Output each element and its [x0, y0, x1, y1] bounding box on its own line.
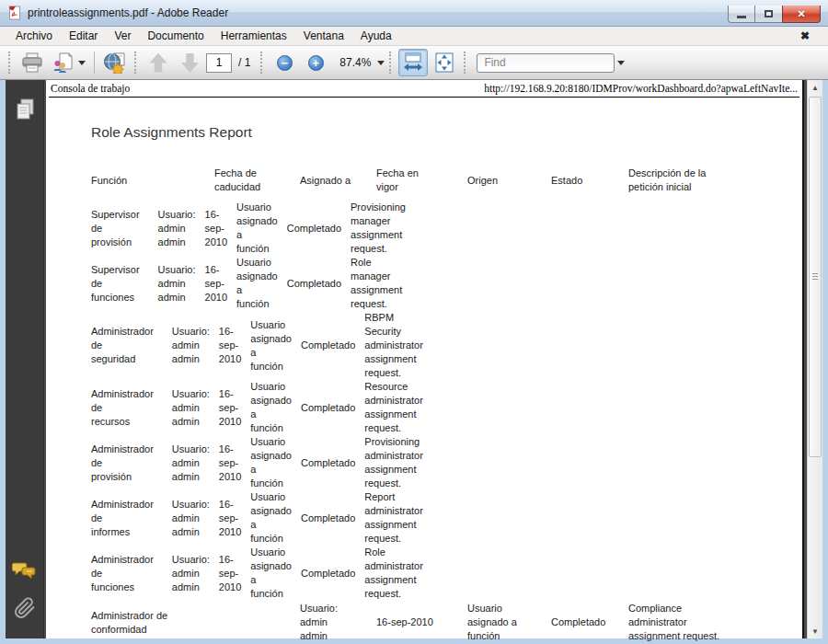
- cell-fecha-vigor: 16-sep-2010: [219, 498, 250, 539]
- cell-descripcion: Role administrator assignment request.: [364, 546, 432, 601]
- table-row: Administrador de informes Usuario: admin…: [91, 490, 168, 546]
- arrow-up-icon: [150, 53, 167, 73]
- scrollbar-thumb[interactable]: [809, 97, 822, 457]
- table-row: Administrador de provisión Usuario: admi…: [91, 435, 175, 490]
- cell-fecha-vigor: 16-sep-2010: [219, 443, 250, 484]
- zoom-in-button[interactable]: +: [301, 49, 330, 76]
- maximize-button[interactable]: [755, 6, 782, 23]
- menu-item-editar[interactable]: Editar: [61, 28, 106, 44]
- cell-estado: Completado: [287, 277, 351, 291]
- cell-funcion: Supervisor de funciones: [91, 263, 149, 305]
- find-input[interactable]: [477, 53, 615, 73]
- menu-item-ayuda[interactable]: Ayuda: [352, 28, 400, 44]
- column-header: Descripción de la petición inicial: [628, 167, 766, 194]
- column-header: Estado: [551, 174, 628, 188]
- cell-estado: Completado: [301, 401, 364, 415]
- toolbar-grip: [389, 52, 394, 74]
- menu-item-herramientas[interactable]: Herramientas: [213, 28, 295, 44]
- toolbar-grip: [464, 52, 468, 74]
- cell-asignado-a: Usuario: admin admin: [172, 443, 219, 484]
- cell-origen: Usuario asignado a función: [467, 602, 551, 643]
- arrow-down-icon: [181, 53, 199, 73]
- scroll-up-icon[interactable]: ▲: [808, 80, 822, 95]
- share-dropdown-caret-icon[interactable]: [78, 61, 86, 65]
- web-collaboration-button[interactable]: [100, 49, 130, 76]
- column-header: Asignado a: [300, 174, 376, 188]
- column-header: Fecha de caducidad: [214, 167, 300, 194]
- cell-fecha-vigor: 16-sep-2010: [219, 325, 250, 366]
- menu-bar: ArchivoEditarVerDocumentoHerramientasVen…: [0, 27, 828, 46]
- next-page-button[interactable]: [175, 49, 204, 76]
- pdf-page: Consola de trabajo http://192.168.9.20:8…: [46, 80, 804, 638]
- column-header: Origen: [467, 174, 551, 188]
- scrollbar-grip-icon: [812, 273, 818, 281]
- close-icon: ✕: [797, 9, 805, 19]
- zoom-out-button[interactable]: −: [270, 49, 299, 76]
- menu-item-ventana[interactable]: Ventana: [295, 28, 352, 44]
- cell-estado: Completado: [301, 456, 364, 470]
- close-document-icon[interactable]: ✖: [800, 30, 810, 41]
- comments-panel-button[interactable]: [12, 560, 37, 581]
- column-header: Fecha en vigor: [376, 167, 467, 194]
- cell-funcion: Administrador de conformidad: [91, 609, 214, 637]
- cell-funcion: Administrador de informes: [91, 498, 163, 539]
- minimize-button[interactable]: [728, 6, 755, 23]
- scroll-down-icon[interactable]: ▼: [808, 624, 822, 638]
- previous-page-button[interactable]: [144, 49, 173, 76]
- print-button[interactable]: [17, 49, 47, 76]
- content-area: Consola de trabajo http://192.168.9.20:8…: [6, 80, 822, 638]
- cell-fecha-vigor: 16-sep-2010: [205, 208, 236, 249]
- adobe-reader-window: printroleassignments.pdf - Adobe Reader …: [0, 0, 828, 644]
- close-button[interactable]: ✕: [782, 6, 821, 23]
- share-review-button[interactable]: [49, 49, 88, 76]
- fit-width-button[interactable]: [398, 49, 428, 76]
- menu-item-ver[interactable]: Ver: [106, 28, 139, 44]
- table-row: Administrador de seguridad Usuario: admi…: [91, 311, 167, 380]
- cell-asignado-a: Usuario: admin admin: [172, 553, 219, 594]
- cell-asignado-a: Usuario: admin admin: [158, 208, 205, 249]
- cell-funcion: Administrador de recursos: [91, 387, 163, 429]
- pages-panel-button[interactable]: [14, 98, 36, 122]
- find-dropdown-caret-icon[interactable]: [617, 61, 625, 65]
- cell-funcion: Supervisor de provisión: [91, 208, 149, 249]
- cell-asignado-a: Usuario: admin admin: [300, 602, 376, 643]
- cell-estado: Completado: [301, 339, 364, 352]
- document-canvas: Consola de trabajo http://192.168.9.20:8…: [44, 80, 807, 638]
- attachments-panel-button[interactable]: [14, 596, 36, 620]
- toolbar-separator: [94, 52, 95, 74]
- comments-icon: [12, 560, 37, 581]
- scrollbar-track[interactable]: [808, 95, 822, 624]
- menu-item-documento[interactable]: Documento: [139, 28, 212, 44]
- cell-descripcion: Role manager assignment request.: [351, 256, 411, 311]
- table-row: Administrador de conformidad Usuario: ad…: [91, 601, 795, 644]
- fit-page-button[interactable]: [430, 49, 459, 76]
- table-row: Supervisor de funciones Usuario: admin a…: [91, 256, 177, 311]
- cell-estado: Completado: [287, 222, 351, 236]
- page-header-url: http://192.168.9.20:8180/IDMProv/workDas…: [484, 83, 798, 94]
- cell-estado: Completado: [301, 567, 364, 581]
- cell-asignado-a: Usuario: admin admin: [172, 387, 219, 429]
- column-header: Función: [91, 174, 214, 188]
- cell-origen: Usuario asignado a función: [250, 546, 301, 601]
- fit-page-icon: [433, 52, 455, 74]
- minus-icon: −: [277, 55, 293, 71]
- table-row: Administrador de recursos Usuario: admin…: [91, 380, 182, 435]
- vertical-scrollbar[interactable]: ▲ ▼: [807, 80, 822, 638]
- page-header: Consola de trabajo http://192.168.9.20:8…: [49, 82, 799, 98]
- window-title: printroleassignments.pdf - Adobe Reader: [28, 6, 228, 19]
- zoom-dropdown-caret-icon[interactable]: [377, 61, 385, 65]
- page-number-input[interactable]: [206, 53, 232, 73]
- cell-descripcion: RBPM Security administrator assignment r…: [364, 311, 432, 380]
- cell-funcion: Administrador de funciones: [91, 553, 163, 594]
- plus-icon: +: [308, 55, 324, 71]
- navigation-pane: [6, 80, 44, 638]
- cell-fecha-vigor: 16-sep-2010: [219, 553, 250, 594]
- toolbar-grip: [134, 52, 139, 74]
- menu-item-archivo[interactable]: Archivo: [7, 28, 61, 44]
- cell-fecha-vigor: 16-sep-2010: [376, 615, 467, 629]
- page-total-label: / 1: [238, 56, 250, 69]
- globe-document-icon: [103, 52, 127, 74]
- cell-fecha-vigor: 16-sep-2010: [205, 263, 236, 305]
- table-row: Administrador de funciones Usuario: admi…: [91, 546, 229, 601]
- window-controls: ✕: [728, 6, 821, 23]
